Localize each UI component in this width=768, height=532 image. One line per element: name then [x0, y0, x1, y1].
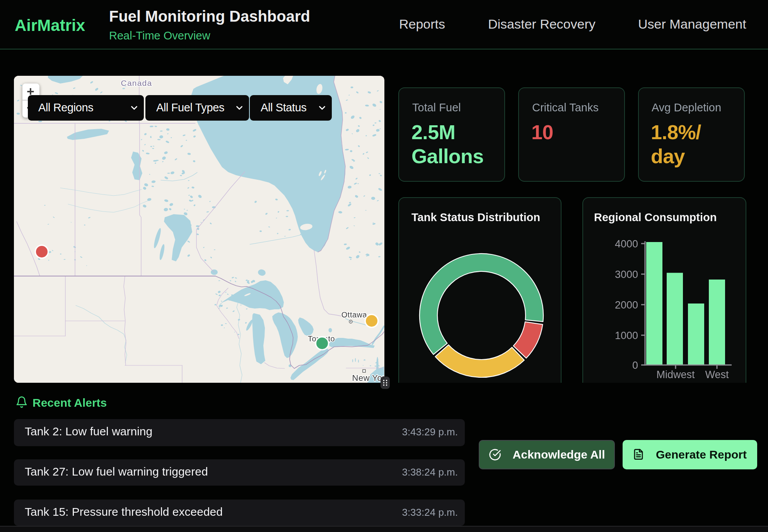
svg-text:0: 0 [632, 360, 638, 371]
svg-text:2000: 2000 [615, 299, 638, 311]
svg-text:3000: 3000 [615, 269, 638, 280]
svg-text:Ottawa: Ottawa [341, 310, 367, 319]
svg-text:4000: 4000 [615, 238, 638, 250]
svg-text:Canada: Canada [121, 78, 152, 87]
svg-text:1000: 1000 [615, 330, 638, 341]
svg-text:New York: New York [352, 373, 384, 383]
svg-text:West: West [705, 369, 729, 380]
svg-text:Midwest: Midwest [656, 369, 695, 380]
